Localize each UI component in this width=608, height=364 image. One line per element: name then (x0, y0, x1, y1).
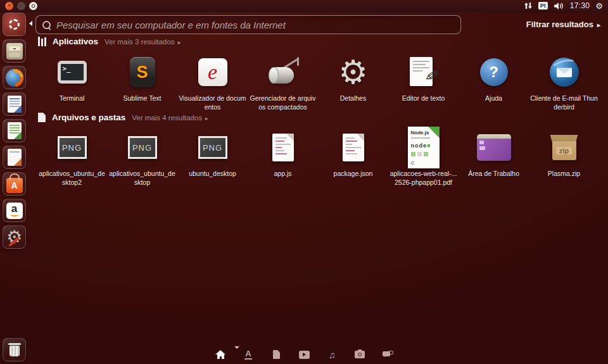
session-gear-icon[interactable]: ⚙ (595, 2, 603, 10)
thunderbird-icon (550, 58, 579, 87)
applications-section-header: Aplicativos Ver mais 3 resultados▸ (38, 37, 180, 46)
file-result-desktop-folder[interactable]: Área de Trabalho (459, 129, 529, 187)
file-result-appjs[interactable]: app.js (248, 129, 318, 187)
music-lens-icon[interactable]: ♫ (326, 349, 338, 360)
photos-lens-icon[interactable] (354, 349, 365, 360)
applications-grid: >_ Terminal S Sublime Text e Visualizado… (37, 53, 599, 111)
minimize-button[interactable]: – (17, 2, 25, 10)
file-result-png-2[interactable]: PNG aplicativos_ubuntu_desktop (107, 129, 177, 187)
zip-archive-icon: zip (550, 135, 579, 160)
file-result-label: aplicacoes-web-real-...2526-phpapp01.pdf (390, 170, 458, 187)
app-result-label: Gerenciador de arquivos compactados (249, 94, 317, 111)
app-result-label: Cliente de E-mail Thunderbird (530, 94, 598, 111)
launcher-item-software-center[interactable]: A (3, 172, 26, 196)
app-result-label: Terminal (60, 94, 85, 103)
volume-icon[interactable] (554, 2, 564, 10)
filter-results-button[interactable]: Filtrar resultados▸ (526, 20, 600, 29)
app-result-details[interactable]: ⚙ Detalhes (318, 53, 388, 111)
social-lens-icon[interactable] (382, 349, 393, 360)
software-center-icon: A (6, 178, 23, 193)
text-editor-icon: ✎ (410, 57, 438, 87)
files-see-more-link[interactable]: Ver mais 4 resultados▸ (132, 114, 208, 122)
terminal-icon: >_ (58, 61, 87, 84)
app-result-label: Visualizador de documentos (179, 94, 247, 111)
app-result-archive-manager[interactable]: Gerenciador de arquivos compactados (248, 53, 318, 111)
app-result-sublime-text[interactable]: S Sublime Text (107, 53, 177, 111)
png-thumbnail-icon: PNG (58, 136, 87, 159)
file-result-label: app.js (274, 170, 291, 179)
home-lens-icon[interactable] (215, 349, 226, 360)
pdf-nodejs-icon: Node.js node■ C (408, 127, 440, 168)
document-viewer-icon: e (198, 58, 227, 86)
launcher-item-writer[interactable] (3, 92, 26, 116)
app-result-label: Detalhes (340, 94, 366, 103)
unity-launcher: A a ⚙ (0, 12, 29, 364)
system-settings-icon: ⚙ (4, 227, 25, 248)
filter-arrow-icon: ▸ (597, 22, 600, 28)
files-section-title: Arquivos e pastas (52, 113, 125, 122)
launcher-item-settings[interactable]: ⚙ (3, 225, 26, 249)
file-result-pdf[interactable]: Node.js node■ C aplicacoes-web-real-...2… (388, 129, 459, 187)
launcher-item-calc[interactable] (3, 119, 26, 142)
dash-search-bar[interactable] (35, 15, 461, 34)
maximize-button[interactable] (29, 2, 37, 10)
file-result-packagejson[interactable]: package.json (318, 129, 388, 187)
file-result-label: package.json (334, 170, 373, 179)
launcher-item-firefox[interactable] (3, 66, 26, 89)
code-file-icon (272, 134, 294, 161)
sublime-text-icon: S (130, 57, 155, 87)
details-gear-icon: ⚙ (338, 56, 368, 89)
file-result-label: aplicativos_ubuntu_desktop (108, 170, 177, 187)
files-grid: PNG aplicativos_ubuntu_desktop2 PNG apli… (37, 129, 599, 187)
app-result-help[interactable]: ? Ajuda (459, 53, 529, 111)
launcher-item-dash-home[interactable] (3, 13, 26, 36)
libreoffice-impress-icon (8, 149, 22, 166)
app-result-document-viewer[interactable]: e Visualizador de documentos (177, 53, 248, 111)
search-icon (42, 21, 51, 29)
active-arrow-icon (27, 21, 32, 26)
png-thumbnail-icon: PNG (128, 136, 157, 159)
libreoffice-writer-icon (8, 96, 22, 113)
app-result-thunderbird[interactable]: Cliente de E-mail Thunderbird (529, 53, 599, 111)
applications-see-more-link[interactable]: Ver mais 3 resultados▸ (104, 38, 180, 46)
app-result-label: Editor de texto (402, 94, 445, 103)
file-result-png-1[interactable]: PNG aplicativos_ubuntu_desktop2 (37, 129, 107, 187)
file-result-label: aplicativos_ubuntu_desktop2 (38, 170, 106, 187)
lens-bar: A ♫ (0, 345, 608, 364)
app-result-label: Ajuda (485, 94, 502, 103)
launcher-item-impress[interactable] (3, 146, 26, 169)
app-result-terminal[interactable]: >_ Terminal (37, 53, 107, 111)
applications-lens-icon[interactable]: A (243, 349, 254, 360)
applications-section-title: Aplicativos (53, 37, 98, 46)
maximize-icon (32, 4, 35, 8)
file-result-label: ubuntu_desktop (189, 170, 236, 179)
clock[interactable]: 17:30 (570, 1, 590, 10)
file-result-plasma-zip[interactable]: zip Plasma.zip (529, 129, 599, 187)
window-controls: ✕ – (5, 2, 37, 10)
unity-dash-screen: ✕ – Pt 17:30 ⚙ Filtrar resultados▸ (0, 0, 608, 364)
file-result-label: Área de Trabalho (468, 170, 519, 179)
top-panel: ✕ – Pt 17:30 ⚙ (0, 0, 608, 12)
filter-results-label: Filtrar resultados (526, 20, 593, 29)
png-thumbnail-icon: PNG (198, 136, 227, 159)
files-category-icon (38, 113, 46, 122)
close-button[interactable]: ✕ (5, 2, 13, 10)
file-result-label: Plasma.zip (548, 170, 580, 179)
applications-category-icon (38, 37, 46, 46)
keyboard-layout-indicator[interactable]: Pt (538, 2, 548, 9)
files-lens-icon[interactable] (270, 349, 282, 360)
file-result-png-3[interactable]: PNG ubuntu_desktop (177, 129, 248, 187)
network-arrows-icon[interactable] (522, 2, 533, 9)
amazon-icon: a (6, 203, 23, 219)
indicator-area: Pt 17:30 ⚙ (522, 1, 603, 10)
file-manager-icon (6, 43, 23, 60)
firefox-icon (6, 69, 23, 87)
launcher-item-files[interactable] (3, 39, 26, 63)
desktop-folder-icon (477, 134, 511, 161)
app-result-text-editor[interactable]: ✎ Editor de texto (388, 53, 459, 111)
help-icon: ? (480, 58, 508, 86)
videos-lens-icon[interactable] (298, 349, 310, 360)
search-input[interactable] (56, 20, 454, 30)
app-result-label: Sublime Text (124, 94, 162, 103)
launcher-item-amazon[interactable]: a (3, 199, 26, 222)
